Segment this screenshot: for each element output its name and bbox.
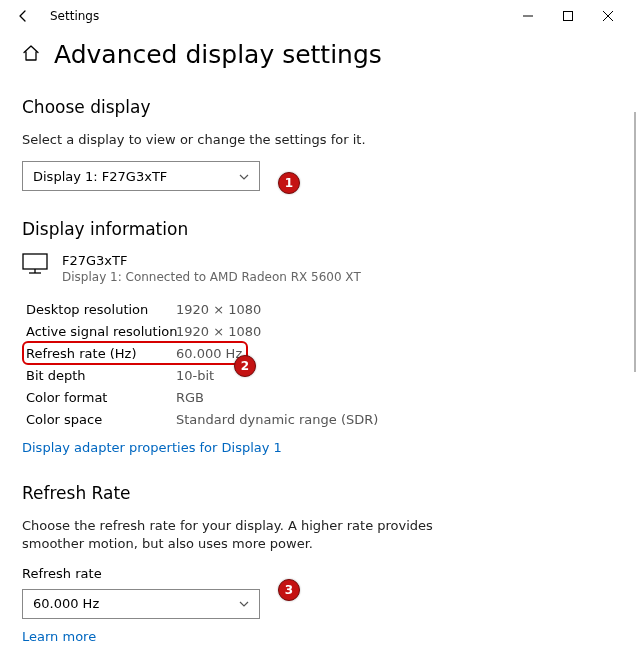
info-label: Desktop resolution xyxy=(26,302,176,317)
display-selector[interactable]: Display 1: F27G3xTF xyxy=(22,161,260,191)
table-row-refresh-rate: Refresh rate (Hz) 60.000 Hz xyxy=(26,342,614,364)
choose-display-section: Choose display Select a display to view … xyxy=(22,97,614,191)
info-label: Active signal resolution xyxy=(26,324,176,339)
info-label: Bit depth xyxy=(26,368,176,383)
info-table: Desktop resolution 1920 × 1080 Active si… xyxy=(26,298,614,430)
table-row: Color space Standard dynamic range (SDR) xyxy=(26,408,614,430)
display-information-section: Display information F27G3xTF Display 1: … xyxy=(22,219,614,455)
monitor-connection: Display 1: Connected to AMD Radeon RX 56… xyxy=(62,270,361,284)
scrollbar[interactable] xyxy=(632,112,636,648)
page-title: Advanced display settings xyxy=(54,40,382,69)
choose-display-help: Select a display to view or change the s… xyxy=(22,131,442,149)
table-row: Active signal resolution 1920 × 1080 xyxy=(26,320,614,342)
page-header: Advanced display settings xyxy=(22,40,614,69)
info-value: 1920 × 1080 xyxy=(176,324,261,339)
display-info-heading: Display information xyxy=(22,219,614,239)
info-value: 10-bit xyxy=(176,368,214,383)
info-value: 1920 × 1080 xyxy=(176,302,261,317)
monitor-icon xyxy=(22,253,48,275)
learn-more-link[interactable]: Learn more xyxy=(22,629,96,644)
monitor-name: F27G3xTF xyxy=(62,253,361,268)
refresh-rate-label: Refresh rate xyxy=(22,566,614,581)
window-title: Settings xyxy=(50,9,99,23)
back-button[interactable] xyxy=(12,5,34,27)
info-value: Standard dynamic range (SDR) xyxy=(176,412,378,427)
info-label: Color space xyxy=(26,412,176,427)
refresh-rate-heading: Refresh Rate xyxy=(22,483,614,503)
chevron-down-icon xyxy=(239,171,249,182)
refresh-rate-selector[interactable]: 60.000 Hz xyxy=(22,589,260,619)
home-icon[interactable] xyxy=(22,44,40,66)
choose-display-heading: Choose display xyxy=(22,97,614,117)
refresh-rate-help: Choose the refresh rate for your display… xyxy=(22,517,442,553)
info-value: RGB xyxy=(176,390,204,405)
monitor-summary: F27G3xTF Display 1: Connected to AMD Rad… xyxy=(22,253,614,284)
table-row: Bit depth 10-bit xyxy=(26,364,614,386)
maximize-button[interactable] xyxy=(548,2,588,30)
info-value: 60.000 Hz xyxy=(176,346,242,361)
content-area: Advanced display settings Choose display… xyxy=(0,32,636,648)
minimize-button[interactable] xyxy=(508,2,548,30)
svg-rect-4 xyxy=(23,254,47,269)
refresh-rate-value: 60.000 Hz xyxy=(33,596,99,611)
adapter-properties-link[interactable]: Display adapter properties for Display 1 xyxy=(22,440,282,455)
table-row: Color format RGB xyxy=(26,386,614,408)
table-row: Desktop resolution 1920 × 1080 xyxy=(26,298,614,320)
refresh-rate-section: Refresh Rate Choose the refresh rate for… xyxy=(22,483,614,643)
svg-rect-1 xyxy=(564,12,573,21)
close-button[interactable] xyxy=(588,2,628,30)
info-label: Color format xyxy=(26,390,176,405)
display-selector-value: Display 1: F27G3xTF xyxy=(33,169,167,184)
titlebar: Settings xyxy=(0,0,636,32)
info-label: Refresh rate (Hz) xyxy=(26,346,176,361)
chevron-down-icon xyxy=(239,598,249,609)
